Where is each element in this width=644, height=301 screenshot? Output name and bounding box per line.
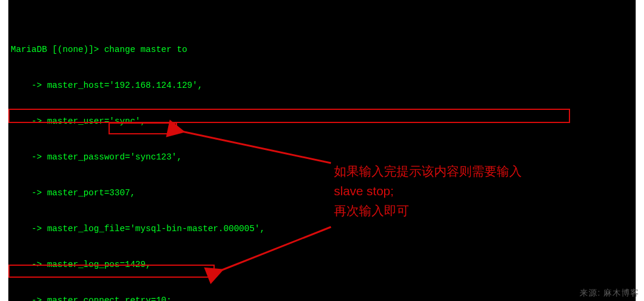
screenshot-root: MariaDB [(none)]> change master to -> ma… <box>0 0 644 301</box>
annotation-text: 如果输入完提示该内容则需要输入 slave stop; 再次输入即可 <box>334 161 522 220</box>
cont-line: -> master_password='sync123', <box>11 151 636 163</box>
highlight-box-error <box>8 109 570 123</box>
cont-line: -> master_log_file='mysql-bin-master.000… <box>11 223 636 235</box>
source-watermark: 来源: 麻木博客 <box>580 288 639 299</box>
annotation-line1: 如果输入完提示该内容则需要输入 <box>334 161 522 181</box>
terminal-window[interactable]: MariaDB [(none)]> change master to -> ma… <box>8 0 636 301</box>
prompt-line: MariaDB [(none)]> change master to <box>11 44 636 56</box>
annotation-line3: 再次输入即可 <box>334 201 522 220</box>
cont-line: -> master_host='192.168.124.129', <box>11 79 636 91</box>
cont-line: -> master_port=3307, <box>11 187 636 199</box>
annotation-line2: slave stop; <box>334 181 522 201</box>
highlight-box-ok2 <box>8 265 215 278</box>
highlight-box-slave-stop <box>109 122 177 134</box>
cont-line: -> master_connect_retry=10; <box>11 294 636 301</box>
